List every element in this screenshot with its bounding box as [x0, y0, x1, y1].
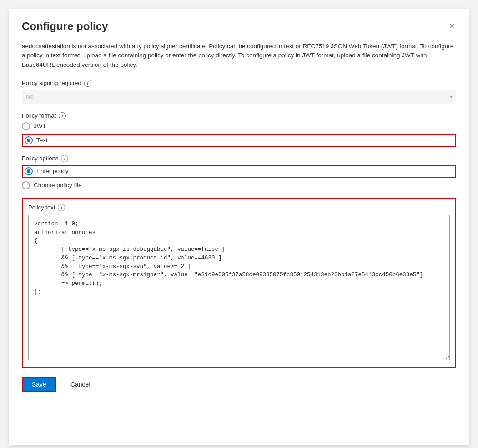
description-text: aedocsattestation is not associated with…: [22, 42, 456, 70]
policy-options-info-icon[interactable]: i: [61, 155, 68, 162]
cancel-button[interactable]: Cancel: [61, 378, 100, 391]
policy-format-radio-group: JWT Text: [22, 122, 456, 147]
policy-options-file-option[interactable]: Choose policy file: [22, 181, 456, 189]
policy-options-enter-label[interactable]: Enter policy: [36, 168, 69, 174]
configure-policy-dialog: Configure policy × aedocsattestation is …: [9, 9, 469, 445]
policy-format-text-label[interactable]: Text: [36, 137, 48, 144]
policy-format-jwt-radio[interactable]: [22, 122, 30, 130]
policy-options-file-radio[interactable]: [22, 181, 30, 189]
policy-format-info-icon[interactable]: i: [59, 112, 66, 119]
policy-signing-info-icon[interactable]: i: [84, 80, 91, 87]
policy-format-jwt-option[interactable]: JWT: [22, 122, 456, 130]
button-row: Save Cancel: [22, 377, 456, 392]
dialog-header: Configure policy ×: [22, 20, 456, 33]
policy-options-label: Policy options i: [22, 155, 456, 162]
policy-text-label: Policy text i: [28, 204, 450, 211]
policy-text-info-icon[interactable]: i: [58, 204, 65, 211]
policy-options-section: Policy options i Enter policy Choose pol…: [22, 155, 456, 189]
close-button[interactable]: ×: [448, 20, 456, 32]
policy-format-label: Policy format i: [22, 112, 456, 119]
policy-options-enter-radio[interactable]: [25, 167, 33, 175]
policy-signing-select-wrapper: No: [22, 90, 456, 104]
policy-options-enter-option[interactable]: Enter policy: [22, 165, 456, 178]
policy-format-section: Policy format i JWT Text: [22, 112, 456, 147]
policy-signing-section: Policy signing required i No: [22, 80, 456, 104]
policy-format-text-option[interactable]: Text: [22, 134, 456, 147]
dialog-title: Configure policy: [22, 20, 108, 33]
policy-signing-label: Policy signing required i: [22, 80, 456, 87]
policy-format-jwt-label[interactable]: JWT: [34, 123, 46, 129]
policy-text-section: Policy text i: [22, 198, 456, 368]
policy-options-file-label[interactable]: Choose policy file: [34, 182, 82, 189]
save-button[interactable]: Save: [22, 377, 56, 392]
policy-options-radio-group: Enter policy Choose policy file: [22, 165, 456, 189]
policy-signing-select[interactable]: No: [22, 90, 456, 104]
policy-format-text-radio[interactable]: [25, 136, 33, 144]
policy-text-textarea[interactable]: [28, 215, 450, 360]
